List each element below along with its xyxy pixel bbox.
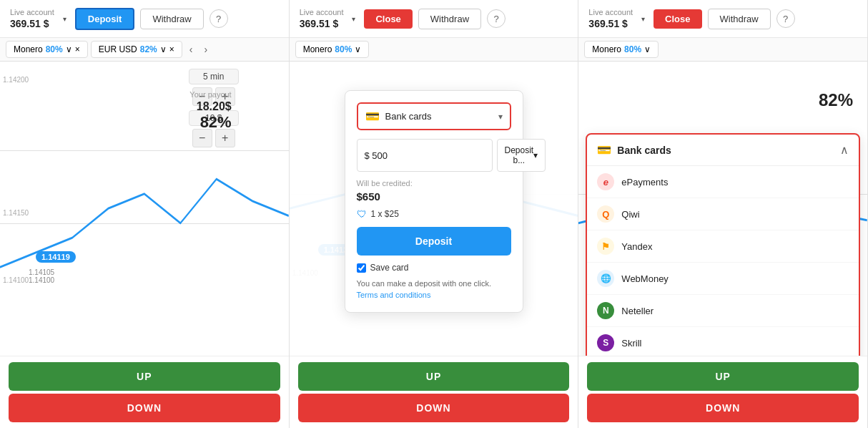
payout-value-1: 18.20$ xyxy=(189,100,231,113)
tab-eurusd-pct-1: 82% xyxy=(140,44,157,54)
save-card-label: Save card xyxy=(370,263,409,273)
save-card-checkbox[interactable] xyxy=(357,263,366,273)
payout-label-1: Your payout xyxy=(189,90,231,99)
skrill-name: Skrill xyxy=(621,338,641,349)
panel-3: Live account 369.51 $ ▾ Close Withdraw ?… xyxy=(578,0,868,428)
down-button-3[interactable]: DOWN xyxy=(587,394,859,422)
tab-monero-chevron-3: ∨ xyxy=(644,44,651,54)
down-button-1[interactable]: DOWN xyxy=(9,394,280,422)
tab-monero-pct-2: 80% xyxy=(335,44,352,54)
panel-1: Live account 369.51 $ ▾ Deposit Withdraw… xyxy=(0,0,290,428)
deposit-button-1[interactable]: Deposit xyxy=(75,8,135,30)
account-chevron-2[interactable]: ▾ xyxy=(349,14,358,24)
tab-eurusd-chevron-1: ∨ xyxy=(160,44,167,54)
amount-input[interactable] xyxy=(357,139,493,172)
payment-method-dropdown[interactable]: 💳 Bank cards ▾ xyxy=(357,102,511,130)
balance-3: 369.51 $ xyxy=(588,17,633,30)
tab-monero-pct-3: 80% xyxy=(624,44,641,54)
panel-2: Live account 369.51 $ ▾ Close Withdraw ?… xyxy=(290,0,579,428)
tabs-bar-2: Monero 80% ∨ xyxy=(290,38,578,62)
tab-prev-1[interactable]: ‹ xyxy=(185,42,197,57)
controls-box-1: 5 min − + 10 $ − + Your payout 18.20$ xyxy=(189,69,239,147)
up-button-1[interactable]: UP xyxy=(9,362,280,391)
down-button-2[interactable]: DOWN xyxy=(298,394,570,422)
bonus-icon: 🛡 xyxy=(357,208,367,220)
deposit-b-button[interactable]: Deposit b... ▾ xyxy=(497,139,546,172)
price-detail-1: 1.14105 1.14100 xyxy=(29,268,54,284)
help-button-1[interactable]: ? xyxy=(209,9,228,28)
yandex-icon: ⚑ xyxy=(597,238,614,255)
withdraw-button-1[interactable]: Withdraw xyxy=(140,9,203,29)
tab-next-1[interactable]: › xyxy=(199,42,212,57)
payment-dropdown-chevron: ▾ xyxy=(498,112,503,122)
deposit-main-button[interactable]: Deposit xyxy=(357,227,511,256)
account-info-2: Live account 369.51 $ xyxy=(300,7,344,30)
neteller-icon: N xyxy=(597,302,614,319)
pct-large-3: 82% xyxy=(819,90,853,110)
account-chevron-1[interactable]: ▾ xyxy=(60,14,69,24)
tab-eurusd-1[interactable]: EUR USD 82% ∨ × xyxy=(91,41,182,58)
pct-value-1: 82% xyxy=(189,113,231,132)
deposit-b-label: Deposit b... xyxy=(505,145,534,165)
close-button-3[interactable]: Close xyxy=(654,9,701,29)
bonus-label: 1 x $25 xyxy=(371,209,399,219)
credited-amount: $650 xyxy=(357,190,511,203)
tab-monero-1[interactable]: Monero 80% ∨ × xyxy=(6,41,88,58)
panel-3-header: Live account 369.51 $ ▾ Close Withdraw ? xyxy=(578,0,867,38)
chart-area-1: 1.14200 1.14150 1.14100 1.14119 1.14105 … xyxy=(0,62,289,356)
payment-dropdown-header[interactable]: 💳 Bank cards ∧ xyxy=(587,135,859,166)
help-button-2[interactable]: ? xyxy=(487,9,505,28)
payment-item-epayments[interactable]: e ePayments xyxy=(587,166,859,198)
save-card-row: Save card xyxy=(357,263,511,273)
balance-1: 369.51 $ xyxy=(10,17,54,30)
timer-label-1: 5 min xyxy=(189,69,239,84)
payout-box-1: Your payout 18.20$ 82% xyxy=(189,90,231,132)
up-button-2[interactable]: UP xyxy=(298,362,570,391)
help-button-3[interactable]: ? xyxy=(776,9,795,28)
amount-row: Deposit b... ▾ xyxy=(357,139,511,172)
tab-monero-chevron-2: ∨ xyxy=(355,44,361,54)
webmoney-name: WebMoney xyxy=(621,273,669,284)
account-info-3: Live account 369.51 $ xyxy=(588,7,633,30)
payment-hd-chevron: ∧ xyxy=(840,143,849,157)
account-info-1: Live account 369.51 $ xyxy=(10,7,54,30)
tab-monero-label-3: Monero xyxy=(592,44,621,54)
account-label-2: Live account xyxy=(300,7,344,17)
payment-item-qiwi[interactable]: Q Qiwi xyxy=(587,198,859,230)
terms-link[interactable]: Terms and conditions xyxy=(357,291,431,299)
tabs-bar-3: Monero 80% ∨ xyxy=(578,38,867,62)
chart-area-3: 1.14098 82% 💳 Bank cards ∧ e ePayments xyxy=(578,62,867,356)
payment-item-webmoney[interactable]: 🌐 WebMoney xyxy=(587,263,859,295)
up-button-3[interactable]: UP xyxy=(587,362,859,391)
trade-buttons-3: UP DOWN xyxy=(578,356,867,428)
price-bubble-1: 1.14119 xyxy=(36,251,76,263)
trade-buttons-2: UP DOWN xyxy=(290,356,578,428)
tab-monero-2[interactable]: Monero 80% ∨ xyxy=(295,41,370,58)
neteller-name: Neteller xyxy=(621,306,654,316)
panel-2-header: Live account 369.51 $ ▾ Close Withdraw ? xyxy=(290,0,578,38)
credited-label: Will be credited: xyxy=(357,179,511,188)
payment-item-neteller[interactable]: N Neteller xyxy=(587,295,859,327)
payment-item-skrill[interactable]: S Skrill xyxy=(587,327,859,356)
close-button-2[interactable]: Close xyxy=(364,9,412,29)
withdraw-button-3[interactable]: Withdraw xyxy=(708,9,771,29)
account-label-3: Live account xyxy=(588,7,633,17)
webmoney-icon: 🌐 xyxy=(597,270,614,287)
tab-monero-label-2: Monero xyxy=(303,44,332,54)
yandex-name: Yandex xyxy=(621,241,652,252)
payment-item-yandex[interactable]: ⚑ Yandex xyxy=(587,230,859,263)
tab-eurusd-close-1[interactable]: × xyxy=(169,44,174,54)
withdraw-button-2[interactable]: Withdraw xyxy=(418,9,481,29)
epayments-icon: e xyxy=(597,173,614,190)
tab-monero-chevron-1: ∨ xyxy=(66,44,72,54)
chart-area-2: 1.14124 1.14100 💳 Bank cards ▾ xyxy=(290,62,578,356)
panel-1-header: Live account 369.51 $ ▾ Deposit Withdraw… xyxy=(0,0,289,38)
tab-monero-3[interactable]: Monero 80% ∨ xyxy=(584,41,659,58)
pct-display-3: 82% xyxy=(819,90,853,110)
account-chevron-3[interactable]: ▾ xyxy=(638,14,648,24)
trade-buttons-1: UP DOWN xyxy=(0,356,289,428)
tab-monero-close-1[interactable]: × xyxy=(75,44,80,54)
one-click-text: You can make a deposit with one click. T… xyxy=(357,278,511,301)
price-bubble-val-1: 1.14119 xyxy=(41,253,70,261)
bonus-row: 🛡 1 x $25 xyxy=(357,208,511,220)
